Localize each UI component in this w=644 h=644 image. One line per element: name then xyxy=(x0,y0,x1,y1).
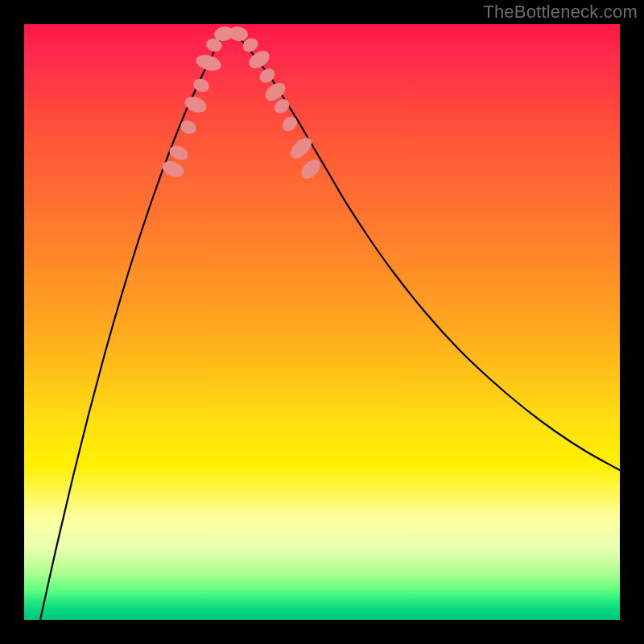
chart-frame: TheBottleneck.com xyxy=(0,0,644,644)
marker-14 xyxy=(279,114,300,134)
plot-area xyxy=(24,24,620,620)
marker-0 xyxy=(160,158,187,180)
marker-15 xyxy=(287,134,316,162)
series-right-curve xyxy=(233,32,620,470)
watermark-text: TheBottleneck.com xyxy=(483,2,638,23)
marker-3 xyxy=(183,94,208,115)
marker-8 xyxy=(228,25,250,43)
curves-svg xyxy=(24,24,620,620)
marker-5 xyxy=(194,52,223,73)
series-left-curve xyxy=(40,32,225,620)
